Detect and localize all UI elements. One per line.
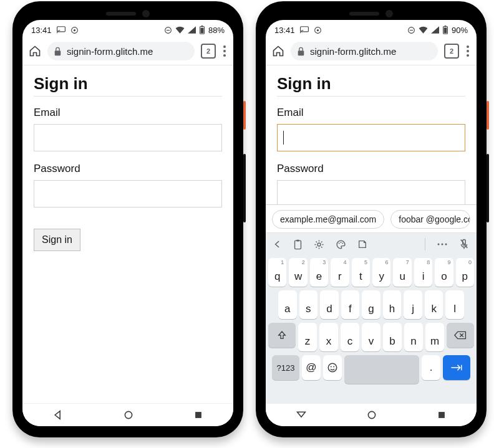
key-o[interactable]: o9 — [435, 258, 453, 287]
key-b[interactable]: b — [383, 323, 402, 351]
svg-point-35 — [368, 411, 375, 418]
spacebar-key[interactable] — [344, 355, 419, 384]
svg-point-13 — [316, 29, 318, 31]
key-f[interactable]: f — [341, 290, 360, 319]
enter-key[interactable] — [443, 355, 470, 380]
key-l[interactable]: l — [445, 290, 464, 319]
status-time: 13:41 — [31, 26, 52, 35]
key-row-2: asdfghjkl — [268, 290, 474, 319]
key-u[interactable]: u7 — [393, 258, 411, 287]
key-p[interactable]: p0 — [456, 258, 474, 287]
key-r[interactable]: r4 — [331, 258, 349, 287]
email-field[interactable] — [34, 124, 222, 151]
signal-icon — [431, 26, 439, 34]
svg-rect-20 — [295, 241, 301, 249]
password-field[interactable] — [34, 180, 222, 207]
url-bar[interactable]: signin-form.glitch.me — [291, 42, 438, 60]
at-key[interactable]: @ — [302, 355, 321, 380]
autofill-chip[interactable]: foobar @google.co — [390, 210, 470, 229]
page-title: Sign in — [34, 74, 222, 93]
key-d[interactable]: d — [320, 290, 339, 319]
url-bar[interactable]: signin-form.glitch.me — [47, 42, 195, 60]
more-icon[interactable] — [437, 242, 448, 246]
phone-screen: 13:41 — [266, 20, 477, 426]
gear-icon[interactable] — [314, 239, 324, 250]
status-dnd-icon — [407, 26, 415, 34]
password-label: Password — [277, 163, 465, 175]
key-h[interactable]: h — [383, 290, 402, 319]
svg-rect-21 — [296, 239, 299, 241]
key-i[interactable]: i8 — [414, 258, 432, 287]
key-j[interactable]: j — [404, 290, 422, 319]
svg-point-26 — [438, 244, 440, 245]
nav-home-icon[interactable] — [124, 410, 133, 420]
svg-point-24 — [341, 242, 342, 243]
tab-switcher[interactable]: 2 — [444, 44, 459, 59]
period-key[interactable]: . — [422, 355, 440, 380]
divider — [277, 96, 465, 97]
home-icon[interactable] — [272, 45, 284, 57]
battery-icon — [199, 26, 205, 34]
status-battery-pct: 90% — [452, 26, 468, 35]
svg-rect-8 — [55, 50, 61, 55]
key-n[interactable]: n — [404, 323, 423, 351]
nav-home-icon[interactable] — [367, 410, 377, 420]
password-field[interactable] — [277, 180, 465, 207]
svg-point-28 — [445, 244, 447, 245]
key-z[interactable]: z — [298, 323, 317, 351]
key-a[interactable]: a — [278, 290, 297, 319]
lock-icon — [297, 47, 305, 56]
nav-recents-icon[interactable] — [194, 411, 203, 419]
key-w[interactable]: w2 — [289, 258, 307, 287]
symbols-key[interactable]: ?123 — [272, 355, 299, 380]
page-title: Sign in — [277, 74, 465, 93]
key-y[interactable]: y6 — [372, 258, 390, 287]
svg-point-31 — [328, 363, 337, 372]
key-g[interactable]: g — [362, 290, 380, 319]
autofill-chip[interactable]: example.me@gmail.com — [272, 210, 384, 229]
key-row-4: ?123 @ . — [268, 355, 474, 384]
browser-menu-icon[interactable] — [465, 45, 470, 57]
sticker-icon[interactable] — [357, 239, 367, 249]
speaker-grille — [106, 12, 136, 16]
svg-rect-10 — [195, 412, 201, 418]
tab-switcher[interactable]: 2 — [201, 44, 216, 59]
key-m[interactable]: m — [425, 323, 444, 351]
nav-hide-keyboard-icon[interactable] — [296, 411, 306, 419]
home-icon[interactable] — [29, 45, 41, 57]
svg-point-9 — [125, 411, 132, 418]
kbd-back-icon[interactable] — [273, 240, 282, 249]
url-text: signin-form.glitch.me — [67, 46, 153, 57]
clipboard-icon[interactable] — [293, 239, 303, 250]
email-label: Email — [277, 107, 465, 119]
key-q[interactable]: q1 — [268, 258, 286, 287]
separator — [425, 238, 425, 250]
status-bar: 13:41 — [266, 20, 477, 37]
nav-back-icon[interactable] — [53, 410, 63, 420]
shift-key[interactable] — [268, 323, 296, 348]
status-dnd-icon — [164, 26, 172, 34]
emoji-key[interactable] — [323, 355, 342, 380]
browser-menu-icon[interactable] — [222, 45, 227, 57]
key-e[interactable]: e3 — [310, 258, 328, 287]
palette-icon[interactable] — [336, 239, 346, 250]
svg-point-22 — [317, 243, 321, 246]
wifi-icon — [419, 26, 428, 34]
key-t[interactable]: t5 — [352, 258, 370, 287]
svg-rect-7 — [201, 26, 203, 26]
svg-point-33 — [333, 366, 334, 368]
mic-off-icon[interactable] — [459, 239, 469, 250]
key-s[interactable]: s — [299, 290, 318, 319]
key-c[interactable]: c — [341, 323, 359, 351]
email-field[interactable] — [277, 124, 465, 151]
sign-in-button[interactable]: Sign in — [34, 229, 80, 251]
autofill-suggestions: example.me@gmail.com foobar @google.co — [266, 205, 477, 233]
cast-icon — [57, 26, 65, 34]
svg-rect-17 — [444, 27, 447, 33]
key-k[interactable]: k — [425, 290, 443, 319]
url-text: signin-form.glitch.me — [310, 46, 396, 57]
key-v[interactable]: v — [362, 323, 380, 351]
backspace-key[interactable] — [447, 323, 474, 348]
key-x[interactable]: x — [319, 323, 338, 351]
nav-recents-icon[interactable] — [437, 411, 446, 419]
